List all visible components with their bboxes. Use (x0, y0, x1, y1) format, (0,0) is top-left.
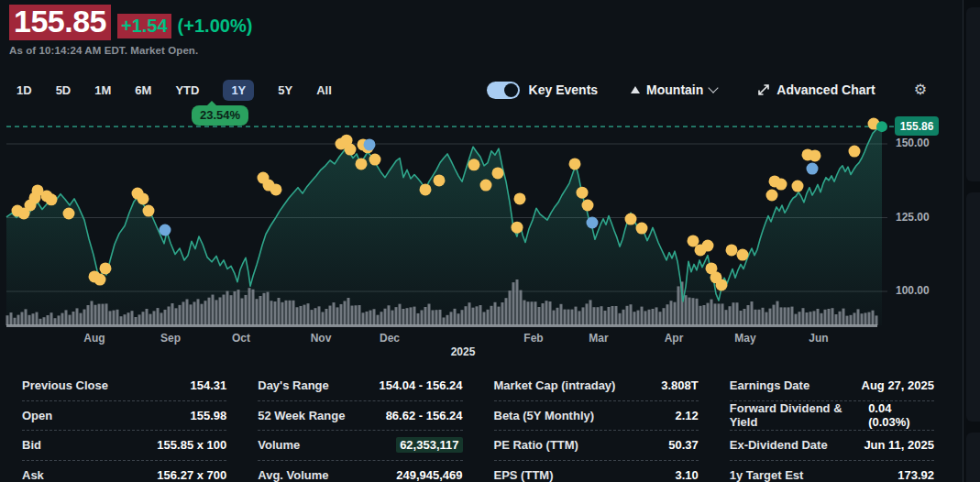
stat-value: 0.04 (0.03%) (868, 401, 934, 429)
stat-label: Day's Range (258, 378, 329, 392)
key-events-toggle[interactable] (487, 82, 520, 99)
x-axis-tick: Oct (221, 332, 261, 345)
stat-label: Earnings Date (730, 378, 809, 392)
stats-column: Day's Range154.04 - 156.2452 Week Range8… (258, 371, 462, 482)
x-axis-tick: Feb (513, 332, 554, 345)
stat-row: Avg. Volume249,945,469 (258, 461, 462, 482)
stat-value: 155.85 x 100 (157, 438, 226, 452)
range-tab-6m[interactable]: 6M (135, 80, 151, 101)
stat-value: Aug 27, 2025 (862, 378, 935, 392)
stat-row: Forward Dividend & Yield0.04 (0.03%) (730, 401, 934, 432)
stat-value: 156.27 x 700 (157, 468, 226, 482)
stat-row: Day's Range154.04 - 156.24 (258, 371, 462, 401)
stat-label: 52 Week Range (258, 409, 345, 422)
stat-value: 173.92 (897, 468, 934, 482)
stat-row: Market Cap (intraday)3.808T (494, 371, 699, 401)
stat-label: Ask (22, 468, 44, 482)
stat-value: 86.62 - 156.24 (386, 409, 463, 422)
mountain-icon (631, 86, 640, 93)
stat-row: Volume62,353,117 (258, 431, 462, 461)
stat-value: Jun 11, 2025 (864, 438, 934, 452)
expand-arrow-icon (757, 83, 770, 96)
range-tab-all[interactable]: All (316, 80, 332, 101)
stat-label: EPS (TTM) (494, 468, 554, 482)
market-status: As of 10:14:24 AM EDT. Market Open. (9, 45, 252, 56)
stat-label: PE Ratio (TTM) (494, 438, 578, 452)
x-axis-tick: Jun (798, 332, 839, 345)
stat-value: 154.31 (190, 378, 226, 392)
stat-row: Beta (5Y Monthly)2.12 (494, 401, 699, 432)
toggle-knob (504, 83, 518, 97)
stat-label: Volume (258, 438, 300, 452)
stats-column: Earnings DateAug 27, 2025Forward Dividen… (730, 371, 934, 482)
range-tab-1m[interactable]: 1M (94, 80, 111, 101)
period-return-badge: 23.54% (192, 105, 248, 126)
x-axis-tick: Nov (301, 332, 341, 345)
price-change-percent: (+1.00%) (178, 16, 253, 37)
stat-row: Open155.98 (22, 401, 226, 432)
x-axis-year: 2025 (443, 345, 483, 358)
stat-value: 249,945,469 (396, 468, 462, 482)
chevron-down-icon (709, 82, 719, 93)
range-tab-1y[interactable]: 1Y (223, 80, 254, 101)
stat-row: Ex-Dividend DateJun 11, 2025 (730, 431, 934, 461)
stat-value: 155.98 (190, 409, 226, 422)
stat-label: 1y Target Est (730, 468, 804, 482)
current-price: 155.85 (9, 5, 111, 40)
settings-gear-icon[interactable]: ⚙ (914, 82, 927, 97)
x-axis-tick: Sep (150, 332, 191, 345)
adjacent-panel-block (966, 7, 980, 181)
price-header: 155.85 +1.54 (+1.00%) As of 10:14:24 AM … (9, 5, 252, 56)
statistics-grid: Previous Close154.31Open155.98Bid155.85 … (22, 371, 934, 482)
stat-row: Previous Close154.31 (22, 371, 226, 401)
stat-label: Previous Close (22, 378, 108, 392)
range-tab-5y[interactable]: 5Y (278, 80, 292, 101)
stat-label: Avg. Volume (258, 468, 328, 482)
stat-row: Bid155.85 x 100 (22, 431, 226, 461)
stat-row: Ask156.27 x 700 (22, 461, 226, 482)
stat-label: Ex-Dividend Date (730, 438, 828, 452)
stat-row: 52 Week Range86.62 - 156.24 (258, 401, 462, 432)
x-axis-tick: Aug (74, 332, 115, 345)
stat-row: EPS (TTM)3.10 (494, 461, 699, 482)
stat-label: Beta (5Y Monthly) (494, 409, 595, 422)
range-tab-5d[interactable]: 5D (56, 80, 72, 101)
stat-label: Open (22, 409, 52, 422)
stat-value: 3.10 (675, 468, 698, 482)
stat-row: 1y Target Est173.92 (730, 461, 934, 482)
range-tab-1d[interactable]: 1D (17, 80, 32, 101)
x-axis-tick: May (725, 332, 765, 345)
key-events-label: Key Events (529, 82, 598, 97)
chart-tools: Key Events Mountain Advanced Chart ⚙ (487, 82, 927, 99)
stat-value: 3.808T (661, 378, 698, 392)
stats-column: Market Cap (intraday)3.808TBeta (5Y Mont… (494, 371, 699, 482)
range-tabs: 1D5D1M6MYTD1Y5YAll (17, 80, 332, 101)
stat-value: 62,353,117 (396, 437, 462, 453)
stat-value: 154.04 - 156.24 (379, 378, 462, 392)
x-axis-tick: Dec (369, 332, 410, 345)
range-tab-ytd[interactable]: YTD (175, 80, 199, 101)
adjacent-panel-block (966, 433, 980, 482)
x-axis-tick: Apr (654, 332, 694, 345)
stats-column: Previous Close154.31Open155.98Bid155.85 … (22, 371, 226, 482)
advanced-chart-button[interactable]: Advanced Chart (757, 82, 875, 97)
price-row: 155.85 +1.54 (+1.00%) (9, 5, 252, 40)
stat-value: 2.12 (675, 409, 698, 422)
stat-label: Forward Dividend & Yield (730, 401, 868, 429)
stat-row: Earnings DateAug 27, 2025 (730, 371, 934, 401)
chart-toolbar: 1D5D1M6MYTD1Y5YAll Key Events Mountain A… (0, 77, 980, 103)
adjacent-panel-block (966, 192, 980, 422)
stat-row: PE Ratio (TTM)50.37 (494, 431, 699, 461)
x-axis-tick: Mar (578, 332, 619, 345)
advanced-chart-label: Advanced Chart (776, 82, 875, 97)
stat-value: 50.37 (668, 438, 699, 452)
stock-quote-page: 155.85 +1.54 (+1.00%) As of 10:14:24 AM … (0, 0, 980, 482)
adjacent-panel-edge (963, 0, 980, 482)
chart-type-dropdown[interactable]: Mountain (631, 82, 717, 97)
stat-label: Market Cap (intraday) (494, 378, 616, 392)
chart-type-label: Mountain (646, 82, 703, 97)
price-change: +1.54 (117, 14, 171, 38)
price-chart-canvas[interactable] (0, 110, 980, 330)
stat-label: Bid (22, 438, 41, 452)
